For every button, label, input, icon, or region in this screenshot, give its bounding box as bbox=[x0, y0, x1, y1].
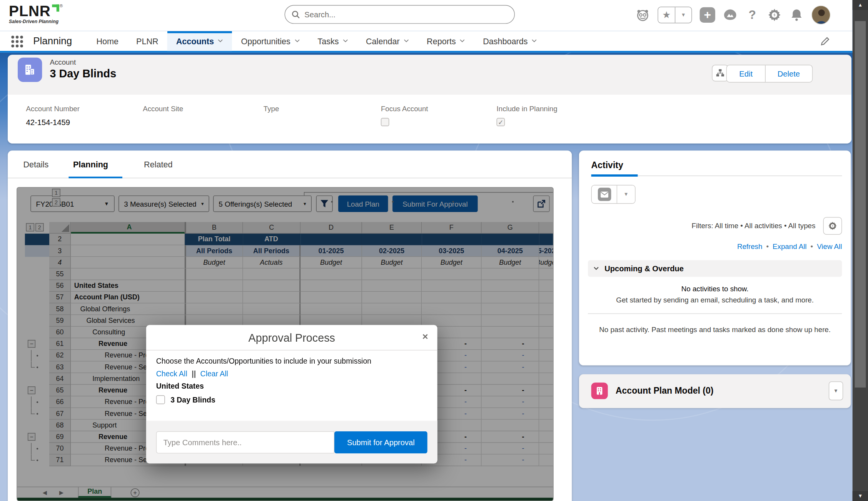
expand-all-link[interactable]: Expand All bbox=[773, 242, 806, 251]
trailhead-icon[interactable] bbox=[723, 8, 737, 22]
nav-item-label: Tasks bbox=[317, 36, 339, 45]
user-avatar[interactable] bbox=[811, 5, 830, 24]
bullet-separator: • bbox=[811, 242, 813, 251]
field-label: Account Number bbox=[26, 105, 80, 113]
nav-item-accounts[interactable]: Accounts bbox=[167, 31, 232, 51]
global-header: PLNR ® Sales-Driven Planning Search... ★… bbox=[0, 0, 853, 31]
no-past-activity-text: No past activity. Past meetings and task… bbox=[579, 326, 851, 334]
edit-nav-pencil-icon[interactable] bbox=[820, 36, 830, 46]
account-checkbox-label: 3 Day Blinds bbox=[170, 396, 215, 404]
nav-item-plnr[interactable]: PLNR bbox=[127, 31, 167, 51]
chevron-down-icon bbox=[404, 39, 409, 43]
account-plan-model-icon bbox=[591, 382, 608, 399]
logo-registered-mark: ® bbox=[60, 3, 63, 8]
record-tabs: DetailsPlanningRelated bbox=[8, 150, 572, 178]
field-label: Account Site bbox=[143, 105, 183, 113]
field-value: 42-154-1459 bbox=[26, 118, 80, 127]
field-type: Type bbox=[264, 105, 279, 127]
nav-item-calendar[interactable]: Calendar bbox=[357, 31, 418, 51]
app-launcher-waffle-icon[interactable] bbox=[10, 34, 24, 48]
app-nav-bar: Planning HomePLNRAccountsOpportunitiesTa… bbox=[0, 31, 853, 53]
account-highlights-panel: Account 3 Day Blinds Edit Delete Account… bbox=[8, 55, 851, 143]
account-plan-model-dropdown-icon[interactable]: ▼ bbox=[829, 381, 843, 400]
global-actions-plus-icon[interactable]: + bbox=[700, 7, 715, 23]
field-label: Type bbox=[264, 105, 279, 113]
submit-for-approval-button[interactable]: Submit for Approval bbox=[334, 431, 427, 454]
chevron-down-icon bbox=[294, 39, 300, 43]
favorites-dropdown-icon[interactable]: ▼ bbox=[675, 7, 691, 23]
delete-button[interactable]: Delete bbox=[765, 65, 812, 82]
logo-bracket-icon bbox=[52, 5, 59, 12]
scrollbar-thumb[interactable] bbox=[855, 21, 866, 387]
favorites-star-icon[interactable]: ★ bbox=[658, 7, 675, 23]
account-plan-model-title: Account Plan Model (0) bbox=[616, 386, 714, 396]
entity-label: Account bbox=[50, 58, 76, 67]
active-tab-underline bbox=[591, 174, 638, 177]
scroll-down-icon[interactable]: ▼ bbox=[853, 491, 868, 501]
gear-icon bbox=[828, 222, 837, 230]
einstein-icon[interactable] bbox=[636, 8, 650, 22]
view-all-link[interactable]: View All bbox=[817, 242, 842, 251]
email-icon bbox=[598, 188, 611, 201]
account-name-title: 3 Day Blinds bbox=[50, 68, 116, 80]
account-detail-fields: Account Number42-154-1459Account SiteTyp… bbox=[8, 95, 851, 144]
nav-item-home[interactable]: Home bbox=[87, 31, 127, 51]
email-dropdown-icon[interactable]: ▼ bbox=[617, 185, 635, 203]
comments-input[interactable] bbox=[156, 431, 334, 454]
scroll-up-icon[interactable]: ▲ bbox=[853, 0, 868, 10]
edit-button[interactable]: Edit bbox=[727, 65, 765, 82]
nav-item-label: Calendar bbox=[366, 36, 400, 45]
nav-item-label: Reports bbox=[427, 36, 456, 45]
account-hierarchy-button[interactable] bbox=[712, 65, 728, 81]
page-scrollbar[interactable]: ▲ ▼ bbox=[853, 0, 868, 501]
field-focus-account: Focus Account bbox=[381, 105, 428, 126]
divider bbox=[588, 313, 842, 314]
activity-links: Refresh•Expand All•View All bbox=[737, 242, 842, 251]
nav-item-label: PLNR bbox=[136, 36, 159, 45]
account-entity-icon bbox=[18, 58, 42, 82]
activity-settings-button[interactable] bbox=[823, 217, 842, 235]
plnr-logo[interactable]: PLNR ® Sales-Driven Planning bbox=[9, 3, 63, 25]
nav-item-label: Opportunities bbox=[241, 36, 290, 45]
close-icon[interactable]: ✕ bbox=[422, 332, 429, 341]
help-icon[interactable]: ? bbox=[745, 8, 760, 22]
tab-planning[interactable]: Planning bbox=[73, 159, 108, 169]
include-in-planning-checkbox[interactable]: ✓ bbox=[497, 118, 505, 126]
search-placeholder: Search... bbox=[304, 10, 336, 19]
global-search-input[interactable]: Search... bbox=[285, 5, 515, 24]
setup-gear-icon[interactable] bbox=[767, 8, 781, 22]
upcoming-overdue-section[interactable]: Upcoming & Overdue bbox=[588, 260, 842, 277]
focus-account-checkbox[interactable] bbox=[381, 118, 389, 126]
nav-item-opportunities[interactable]: Opportunities bbox=[232, 31, 309, 51]
search-icon bbox=[292, 10, 300, 19]
field-account-number: Account Number42-154-1459 bbox=[26, 105, 80, 127]
email-action-button[interactable] bbox=[592, 185, 617, 203]
nav-item-dashboards[interactable]: Dashboards bbox=[474, 31, 546, 51]
check-all-link[interactable]: Check All bbox=[156, 370, 187, 378]
tab-activity[interactable]: Activity bbox=[591, 160, 623, 170]
refresh-link[interactable]: Refresh bbox=[737, 242, 763, 251]
links-separator: || bbox=[192, 370, 196, 378]
modal-instruction: Choose the Accounts/Opportunities to inc… bbox=[156, 357, 427, 366]
section-title: Upcoming & Overdue bbox=[604, 264, 684, 273]
chevron-down-icon bbox=[343, 39, 348, 43]
clear-all-link[interactable]: Clear All bbox=[200, 370, 228, 378]
nav-item-reports[interactable]: Reports bbox=[418, 31, 474, 51]
account-plan-model-card[interactable]: Account Plan Model (0) ▼ bbox=[579, 374, 851, 408]
nav-item-tasks[interactable]: Tasks bbox=[309, 31, 357, 51]
field-account-site: Account Site bbox=[143, 105, 183, 127]
tab-details[interactable]: Details bbox=[23, 159, 48, 169]
activity-filters-summary: Filters: All time • All activities • All… bbox=[692, 222, 816, 230]
active-tab-underline bbox=[68, 177, 122, 178]
modal-title: Approval Process bbox=[146, 325, 437, 351]
no-activities-text: No activities to show. bbox=[579, 285, 851, 293]
notifications-bell-icon[interactable] bbox=[790, 8, 804, 22]
account-checkbox[interactable] bbox=[156, 395, 165, 404]
field-value bbox=[264, 118, 279, 127]
field-value bbox=[143, 118, 183, 127]
app-name: Planning bbox=[33, 35, 72, 51]
activity-panel: Activity ▼ Filters: All time • All activ… bbox=[579, 150, 851, 365]
chevron-down-icon bbox=[593, 267, 599, 270]
field-label: Focus Account bbox=[381, 105, 428, 113]
tab-related[interactable]: Related bbox=[144, 159, 172, 169]
